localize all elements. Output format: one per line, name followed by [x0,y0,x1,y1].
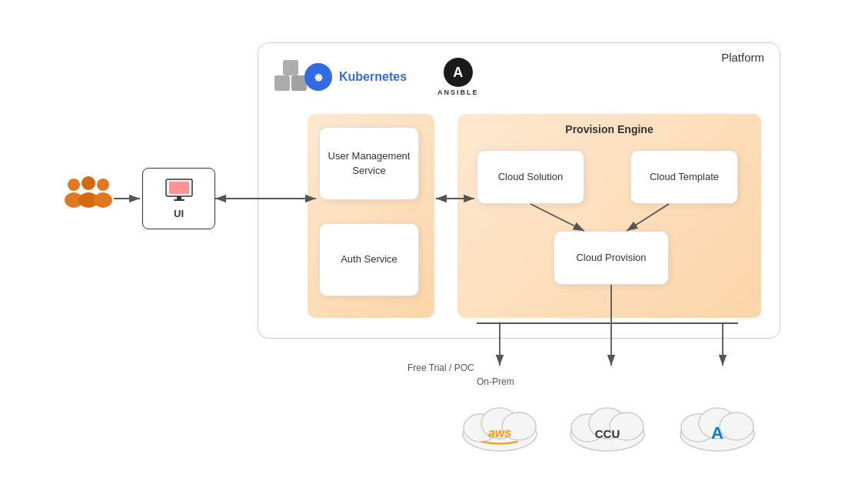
svg-text:CCU: CCU [595,427,620,440]
kubernetes-logo: ⎈ Kubernetes [304,62,407,92]
platform-label: Platform [721,51,764,64]
cloud-provision-label: Cloud Provision [576,251,646,265]
free-trial-label: Free Trial / POC [407,362,474,373]
svg-point-13 [97,179,109,191]
diagram-container: Platform ⎈ Kubernetes A ANSIBLE [0,0,868,481]
auth-service-label: Auth Service [341,252,397,266]
tech-logos: ⎈ Kubernetes A ANSIBLE [304,58,479,96]
ui-label: UI [174,208,184,219]
provision-engine-title: Provision Engine [457,114,761,142]
cloud-template-label: Cloud Template [650,170,719,184]
cloud-template-box: Cloud Template [630,150,738,204]
auth-service-box: Auth Service [319,223,419,296]
svg-text:A: A [711,423,723,443]
monitor-icon [165,179,193,205]
svg-rect-8 [174,199,185,201]
users-icon [62,175,115,217]
svg-rect-6 [169,182,189,194]
on-prem-label: On-Prem [477,376,514,387]
ansible-icon: A [444,58,473,87]
cloud-solution-label: Cloud Solution [498,170,564,184]
user-management-box: User Management Service [319,127,419,200]
svg-text:⎈: ⎈ [314,70,323,85]
svg-text:aws: aws [488,426,511,439]
ccu-cloud: CCU [565,396,650,456]
svg-rect-0 [274,75,290,91]
ansible-label: ANSIBLE [437,89,479,96]
ui-box: UI [142,168,215,229]
svg-point-41 [720,413,753,440]
cloud-solution-box: Cloud Solution [477,150,584,204]
ansible-logo: A ANSIBLE [437,58,479,96]
cloud-provision-box: Cloud Provision [554,231,669,285]
user-management-label: User Management Service [320,149,418,177]
svg-point-9 [68,179,80,191]
svg-point-11 [81,176,95,190]
aws-cloud: aws [457,396,542,456]
azure-cloud: A [675,396,760,456]
svg-rect-7 [177,196,181,199]
kubernetes-label: Kubernetes [339,70,407,84]
svg-rect-2 [283,60,298,75]
provision-panel: Provision Engine [457,114,761,318]
svg-point-14 [94,192,112,208]
